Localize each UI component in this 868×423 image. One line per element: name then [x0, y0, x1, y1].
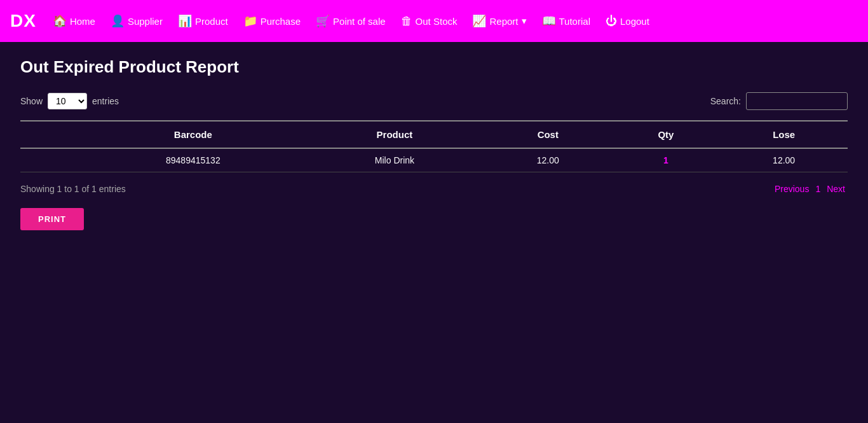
- nav-pos-label: Point of sale: [333, 16, 386, 27]
- col-expired: [20, 121, 81, 148]
- table-header-row: Barcode Product Cost Qty Lose: [20, 121, 848, 148]
- table-head: Barcode Product Cost Qty Lose: [20, 121, 848, 148]
- nav-report-label: Report: [489, 16, 518, 27]
- nav-product-label: Product: [195, 16, 228, 27]
- search-label: Search:: [710, 96, 741, 106]
- print-button[interactable]: PRINT: [20, 208, 84, 230]
- nav-product[interactable]: 📊 Product: [172, 10, 234, 32]
- nav-logout-label: Logout: [620, 16, 649, 27]
- page-title: Out Expired Product Report: [20, 57, 848, 77]
- nav-home-label: Home: [70, 16, 95, 27]
- purchase-icon: 📁: [243, 14, 257, 28]
- supplier-icon: 👤: [111, 14, 125, 28]
- current-page: 1: [813, 183, 823, 195]
- col-lose: Lose: [720, 121, 848, 148]
- cell-qty: 1: [612, 148, 721, 172]
- cell-product: Milo Drink: [305, 148, 484, 172]
- col-cost: Cost: [484, 121, 612, 148]
- nav-tutorial-label: Tutorial: [559, 16, 590, 27]
- search-input[interactable]: [746, 92, 848, 110]
- nav-tutorial[interactable]: 📖 Tutorial: [536, 10, 597, 32]
- cell-expired: [20, 148, 81, 172]
- nav-report[interactable]: 📈 Report ▾: [466, 10, 532, 32]
- logout-icon: ⏻: [606, 15, 617, 28]
- navbar: DX 🏠 Home 👤 Supplier 📊 Product 📁 Purchas…: [0, 0, 868, 42]
- next-link[interactable]: Next: [824, 183, 848, 195]
- product-icon: 📊: [178, 14, 192, 28]
- pagination-row: Showing 1 to 1 of 1 entries Previous 1 N…: [20, 183, 848, 195]
- out-stock-icon: 🗑: [401, 15, 412, 28]
- nav-home[interactable]: 🏠 Home: [46, 10, 102, 32]
- cell-lose: 12.00: [720, 148, 848, 172]
- cell-barcode: 89489415132: [81, 148, 305, 172]
- main-content: Out Expired Product Report Show 10 25 50…: [0, 42, 868, 246]
- tutorial-icon: 📖: [542, 14, 556, 28]
- col-barcode: Barcode: [81, 121, 305, 148]
- nav-purchase-label: Purchase: [261, 16, 301, 27]
- show-entries-control: Show 10 25 50 100 entries: [20, 93, 119, 109]
- entries-select[interactable]: 10 25 50 100: [48, 93, 87, 109]
- report-dropdown-icon: ▾: [522, 15, 527, 27]
- brand-logo: DX: [10, 11, 36, 31]
- pagination-links: Previous 1 Next: [772, 183, 848, 195]
- show-label: Show: [20, 96, 43, 106]
- cell-cost: 12.00: [484, 148, 612, 172]
- nav-purchase[interactable]: 📁 Purchase: [237, 10, 307, 32]
- entries-label: entries: [92, 96, 119, 106]
- nav-pos[interactable]: 🛒 Point of sale: [309, 10, 392, 32]
- previous-link[interactable]: Previous: [772, 183, 811, 195]
- showing-text: Showing 1 to 1 of 1 entries: [20, 184, 126, 194]
- table-body: 89489415132 Milo Drink 12.00 1 12.00: [20, 148, 848, 172]
- home-icon: 🏠: [53, 14, 67, 28]
- search-area: Search:: [710, 92, 848, 110]
- table-row: 89489415132 Milo Drink 12.00 1 12.00: [20, 148, 848, 172]
- col-product: Product: [305, 121, 484, 148]
- data-table: Barcode Product Cost Qty Lose 8948941513…: [20, 120, 848, 172]
- report-icon: 📈: [472, 14, 486, 28]
- controls-row: Show 10 25 50 100 entries Search:: [20, 92, 848, 110]
- nav-out-stock-label: Out Stock: [416, 16, 458, 27]
- pos-icon: 🛒: [316, 14, 330, 28]
- nav-logout[interactable]: ⏻ Logout: [599, 11, 656, 32]
- nav-out-stock[interactable]: 🗑 Out Stock: [395, 11, 464, 32]
- col-qty: Qty: [612, 121, 721, 148]
- nav-supplier-label: Supplier: [128, 16, 163, 27]
- nav-supplier[interactable]: 👤 Supplier: [104, 10, 169, 32]
